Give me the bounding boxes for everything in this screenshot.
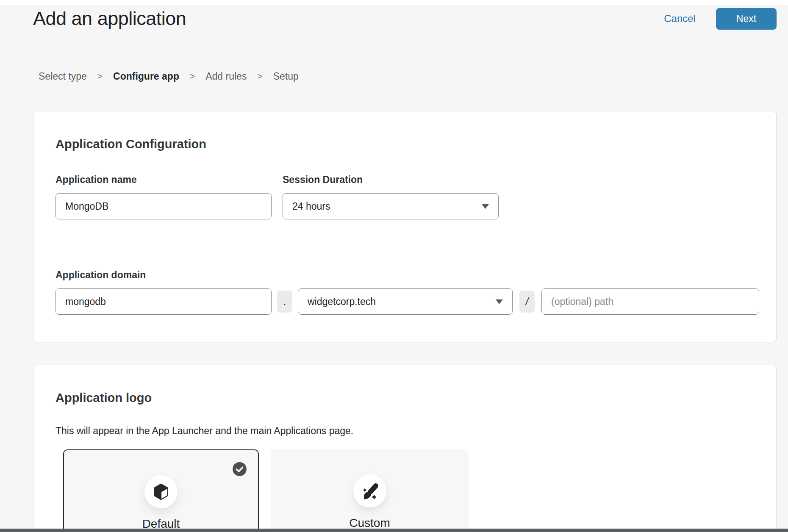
default-logo-circle [144, 475, 178, 508]
application-configuration-title: Application Configuration [55, 137, 754, 151]
logo-option-custom-label: Custom [349, 516, 390, 530]
breadcrumb-step-setup[interactable]: Setup [273, 70, 299, 82]
cube-icon [151, 482, 171, 502]
chevron-down-icon [482, 204, 489, 209]
breadcrumb-step-select-type[interactable]: Select type [39, 70, 87, 82]
session-duration-label: Session Duration [283, 174, 499, 185]
breadcrumb-separator: > [97, 70, 103, 82]
session-duration-value: 24 hours [292, 201, 330, 212]
breadcrumb-step-configure-app[interactable]: Configure app [113, 70, 179, 82]
application-name-label: Application name [55, 174, 272, 185]
breadcrumb-separator: > [257, 70, 262, 82]
application-configuration-card: Application Configuration Application na… [33, 111, 777, 342]
custom-logo-circle [353, 474, 386, 507]
name-session-row: Application name Session Duration 24 hou… [55, 174, 754, 219]
logo-option-custom[interactable]: Custom [271, 449, 469, 532]
window-bottom-edge [0, 529, 788, 532]
breadcrumb-step-add-rules[interactable]: Add rules [205, 70, 247, 82]
logo-option-default[interactable]: Default [63, 449, 259, 532]
domain-select[interactable]: widgetcorp.tech [298, 288, 513, 315]
breadcrumb-separator: > [190, 70, 195, 82]
logo-options: Default Custom [63, 449, 754, 532]
check-circle-icon [233, 462, 247, 476]
subdomain-input[interactable] [55, 288, 272, 315]
page-title: Add an application [33, 8, 186, 30]
page-header: Add an application Cancel Next [33, 0, 777, 30]
dot-separator: . [277, 291, 292, 313]
cancel-button[interactable]: Cancel [664, 13, 696, 25]
application-logo-description: This will appear in the App Launcher and… [55, 425, 754, 436]
application-domain-row: . widgetcorp.tech / [55, 288, 754, 315]
header-actions: Cancel Next [664, 8, 777, 30]
session-duration-select[interactable]: 24 hours [283, 193, 499, 219]
slash-separator: / [519, 291, 535, 313]
chevron-down-icon [496, 299, 503, 304]
session-duration-field: Session Duration 24 hours [283, 174, 499, 219]
domain-select-value: widgetcorp.tech [308, 296, 376, 308]
paintbrush-icon [360, 481, 380, 501]
application-logo-card: Application logo This will appear in the… [33, 365, 777, 532]
breadcrumb: Select type > Configure app > Add rules … [33, 70, 777, 82]
application-logo-title: Application logo [55, 391, 754, 405]
application-name-input[interactable] [55, 193, 272, 219]
application-domain-label: Application domain [55, 269, 754, 280]
application-name-field: Application name [55, 174, 272, 219]
path-input[interactable] [541, 288, 759, 315]
add-application-page: Add an application Cancel Next Select ty… [0, 0, 788, 532]
next-button[interactable]: Next [716, 8, 777, 30]
